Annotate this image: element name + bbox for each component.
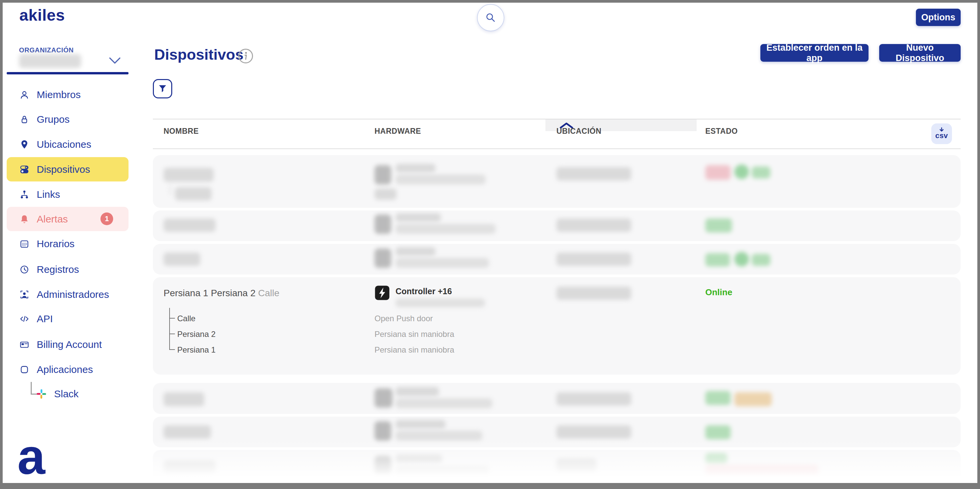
search-button[interactable] [477, 4, 504, 31]
sidebar-item-links[interactable]: Links [7, 182, 129, 206]
sidebar-item-registros[interactable]: Registros [7, 257, 129, 281]
redacted-status-badge [734, 164, 749, 179]
sidebar-item-label: Administradores [37, 289, 109, 300]
redacted-text [164, 252, 200, 266]
status-online: Online [705, 287, 732, 297]
lock-icon [19, 114, 29, 124]
chevron-down-icon [109, 57, 121, 64]
redacted-hardware-icon [374, 421, 391, 441]
tree-line [169, 333, 175, 334]
redacted-hardware-icon [374, 165, 391, 184]
sidebar-item-administradores[interactable]: Administradores [7, 282, 129, 306]
redacted-text [557, 167, 631, 181]
redacted-status-online [705, 253, 730, 267]
table-row[interactable] [153, 450, 961, 483]
sidebar-item-label: Billing Account [37, 339, 102, 350]
sidebar-item-api[interactable]: API [7, 306, 129, 331]
device-name-secondary: Calle [258, 288, 279, 298]
sidebar-item-label: Ubicaciones [37, 139, 91, 150]
redacted-text [557, 392, 631, 406]
organization-underline [7, 72, 129, 75]
info-button[interactable] [238, 48, 253, 64]
bell-icon [19, 214, 29, 224]
sidebar-item-label: Aplicaciones [37, 364, 93, 375]
sidebar-item-horarios[interactable]: Horarios [7, 232, 129, 256]
options-button[interactable]: Options [916, 9, 961, 26]
table-header-divider [153, 148, 961, 149]
app-window: akiles Options ORGANIZACIÓN Miembros Gru… [0, 0, 980, 489]
info-icon [238, 48, 253, 64]
table-row[interactable] [153, 244, 961, 275]
table-row[interactable] [153, 417, 961, 447]
sidebar-item-label: API [37, 313, 53, 325]
table-row[interactable] [153, 155, 961, 208]
sidebar-item-billing-account[interactable]: Billing Account [7, 332, 129, 357]
table-row-persiana[interactable]: Persiana 1 Persiana 2 Calle Controller +… [153, 277, 961, 375]
sidebar-item-label: Slack [54, 388, 78, 400]
set-app-order-button[interactable]: Establecer orden en la app [760, 44, 869, 62]
brand-wordmark[interactable]: akiles [19, 6, 65, 24]
clock-icon [19, 265, 29, 275]
redacted-text [396, 387, 439, 396]
calendar-icon [19, 239, 29, 249]
sidebar-item-slack[interactable]: Slack [36, 386, 123, 402]
page-title: Dispositivos [154, 46, 243, 64]
sidebar-item-ubicaciones[interactable]: Ubicaciones [7, 132, 129, 156]
location-pin-icon [19, 140, 29, 149]
redacted-status-online [705, 391, 731, 405]
child-device-name: Persiana 2 [177, 330, 216, 339]
redacted-text [396, 213, 441, 222]
filter-funnel-icon [158, 84, 167, 94]
redacted-hardware-icon [374, 456, 391, 475]
sidebar-item-miembros[interactable]: Miembros [7, 83, 129, 107]
redacted-text [374, 189, 396, 200]
app-square-icon [19, 365, 29, 375]
person-icon [19, 90, 29, 100]
new-device-button[interactable]: Nuevo Dispositivo [879, 44, 961, 62]
sidebar-item-dispositivos[interactable]: Dispositivos [7, 157, 129, 181]
redacted-text [175, 187, 212, 200]
redacted-status-warning [705, 465, 819, 477]
redacted-text [396, 258, 489, 268]
organization-select[interactable] [19, 53, 129, 69]
redacted-text [557, 219, 631, 232]
redacted-text [557, 425, 631, 439]
child-device-name: Persiana 1 [177, 345, 216, 354]
tree-line [31, 382, 32, 395]
device-name-primary: Persiana 1 Persiana 2 [164, 288, 256, 298]
redacted-text [396, 164, 436, 173]
redacted-text [396, 420, 445, 429]
redacted-organization-name [19, 54, 81, 68]
redacted-hardware-icon [374, 249, 391, 268]
sidebar-item-alertas[interactable]: Alertas 1 [7, 207, 129, 231]
redacted-text [164, 392, 204, 406]
table-row[interactable] [153, 211, 961, 241]
sidebar-item-label: Registros [37, 264, 79, 275]
column-header-estado: ESTADO [705, 127, 738, 136]
sidebar-item-grupos[interactable]: Grupos [7, 107, 129, 132]
redacted-text [164, 425, 211, 439]
export-csv-label: csv [935, 132, 948, 140]
redacted-text [164, 168, 214, 182]
redacted-text [164, 460, 216, 474]
table-row[interactable] [153, 383, 961, 414]
hierarchy-icon [19, 189, 29, 200]
redacted-text [396, 455, 442, 463]
sidebar-item-label: Grupos [37, 114, 69, 125]
redacted-text [557, 287, 631, 300]
sidebar-item-label: Alertas [37, 213, 68, 225]
child-device-hardware: Open Push door [374, 314, 433, 323]
redacted-status-badge [752, 254, 770, 266]
export-csv-button[interactable]: csv [931, 124, 952, 144]
credit-card-icon [19, 340, 29, 349]
redacted-text [396, 430, 482, 441]
tree-line [169, 308, 170, 350]
sidebar-item-label: Links [37, 189, 60, 200]
redacted-status-badge [752, 167, 770, 178]
sidebar-item-label: Miembros [37, 89, 81, 100]
filter-button[interactable] [153, 79, 172, 98]
redacted-text [396, 175, 486, 184]
sidebar-item-aplicaciones[interactable]: Aplicaciones [7, 357, 129, 382]
device-name: Persiana 1 Persiana 2 Calle [164, 288, 279, 298]
redacted-hardware-icon [374, 388, 393, 408]
